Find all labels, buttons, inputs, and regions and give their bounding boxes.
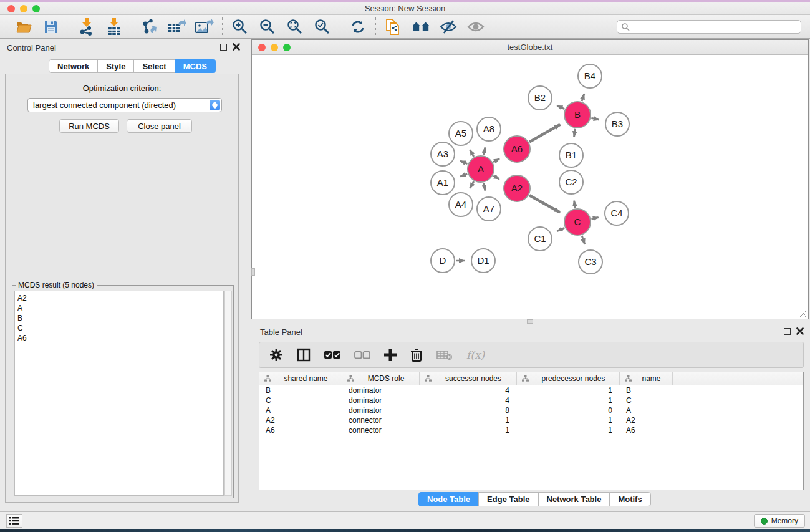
eye-icon[interactable] — [466, 17, 485, 36]
open-folder-icon[interactable] — [14, 17, 33, 36]
edge-A6-B[interactable] — [529, 125, 560, 142]
run-mcds-button[interactable]: Run MCDS — [59, 119, 119, 133]
node-B2[interactable]: B2 — [528, 86, 552, 110]
export-image-icon[interactable] — [195, 17, 214, 36]
edge-B-B1[interactable] — [574, 129, 576, 137]
edge-B-B4[interactable] — [582, 94, 584, 102]
table-row[interactable]: Cdominator41C — [259, 395, 803, 405]
column-header-successor-nodes[interactable]: successor nodes — [420, 372, 517, 385]
tab-motifs[interactable]: Motifs — [609, 492, 650, 506]
float-panel-icon[interactable] — [220, 44, 227, 51]
node-A5[interactable]: A5 — [449, 122, 473, 145]
tab-edge-table[interactable]: Edge Table — [478, 492, 538, 506]
close-table-panel-icon[interactable] — [796, 327, 804, 335]
column-header-MCDS-role[interactable]: MCDS role — [342, 372, 420, 385]
export-table-icon[interactable] — [168, 17, 186, 36]
column-header-predecessor-nodes[interactable]: predecessor nodes — [517, 372, 620, 385]
edge-A-A8[interactable] — [484, 147, 485, 155]
criterion-dropdown[interactable]: largest connected component (directed) — [27, 98, 222, 112]
result-item[interactable]: A — [17, 303, 221, 313]
trash-icon[interactable] — [410, 348, 423, 362]
node-A7[interactable]: A7 — [477, 197, 501, 221]
mcds-result-list[interactable]: A2ABCA6 — [14, 291, 224, 496]
node-A2[interactable]: A2 — [504, 175, 530, 201]
hide-eye-icon[interactable] — [439, 17, 458, 36]
node-B3[interactable]: B3 — [605, 112, 629, 136]
table-row[interactable]: A6connector11A6 — [259, 425, 803, 435]
save-icon[interactable] — [42, 17, 60, 36]
node-B[interactable]: B — [564, 102, 591, 128]
titlebar[interactable]: Session: New Session — [0, 2, 810, 15]
column-header-shared-name[interactable]: shared name — [259, 372, 342, 385]
network-graph[interactable]: AA6A2BCA1A3A4A5A7A8B1B2B3B4C1C2C3C4DD1 — [252, 55, 808, 319]
table-row[interactable]: Adominator80A — [259, 405, 803, 415]
tab-style[interactable]: Style — [97, 59, 134, 73]
node-A1[interactable]: A1 — [431, 171, 455, 195]
tab-select[interactable]: Select — [133, 59, 175, 73]
result-item[interactable]: B — [17, 313, 221, 323]
search-input[interactable] — [630, 22, 797, 31]
edge-A-A2[interactable] — [493, 176, 499, 179]
edge-C-C2[interactable] — [574, 201, 576, 208]
result-item[interactable]: A6 — [17, 333, 221, 343]
node-B4[interactable]: B4 — [578, 64, 602, 88]
add-icon[interactable] — [384, 349, 397, 361]
memory-button[interactable]: Memory — [754, 514, 805, 528]
edge-C-C4[interactable] — [591, 218, 598, 220]
panel-divider-handle[interactable] — [251, 268, 255, 276]
result-item[interactable]: A2 — [17, 293, 221, 303]
node-D[interactable]: D — [431, 249, 455, 273]
zoom-out-icon[interactable] — [258, 17, 277, 36]
node-A3[interactable]: A3 — [431, 142, 455, 166]
node-C1[interactable]: C1 — [528, 227, 552, 251]
edge-A-A5[interactable] — [470, 150, 474, 157]
node-table[interactable]: shared nameMCDS rolesuccessor nodesprede… — [259, 372, 804, 490]
node-B1[interactable]: B1 — [559, 143, 583, 167]
task-history-button[interactable] — [6, 514, 22, 528]
edge-A-A7[interactable] — [484, 183, 485, 191]
table-row[interactable]: A2connector11A2 — [259, 415, 803, 425]
zoom-fit-icon[interactable] — [286, 17, 304, 36]
import-network-icon[interactable] — [77, 17, 96, 36]
edge-A-A1[interactable] — [460, 174, 467, 177]
edge-B-B3[interactable] — [591, 118, 599, 120]
edge-A-A6[interactable] — [493, 158, 499, 162]
node-A4[interactable]: A4 — [449, 193, 473, 216]
duplicate-network-icon[interactable] — [384, 17, 403, 36]
gear-icon[interactable] — [269, 348, 283, 362]
zoom-in-icon[interactable] — [231, 17, 249, 36]
deselect-all-icon[interactable] — [354, 351, 370, 359]
refresh-icon[interactable] — [349, 17, 367, 36]
node-A8[interactable]: A8 — [477, 117, 501, 141]
result-item[interactable]: C — [17, 323, 221, 333]
import-table-icon[interactable] — [105, 17, 123, 36]
delete-table-icon[interactable] — [436, 349, 453, 360]
float-table-panel-icon[interactable] — [784, 328, 791, 335]
home-icon[interactable] — [412, 17, 430, 36]
close-panel-button[interactable]: Close panel — [127, 119, 192, 133]
node-A6[interactable]: A6 — [504, 136, 530, 162]
zoom-selected-icon[interactable] — [313, 17, 332, 36]
edge-C-C1[interactable] — [557, 228, 564, 231]
column-header-name[interactable]: name — [620, 372, 673, 385]
resize-grip-icon[interactable] — [799, 310, 807, 317]
node-D1[interactable]: D1 — [471, 249, 495, 273]
node-C3[interactable]: C3 — [579, 250, 602, 274]
tab-node-table[interactable]: Node Table — [418, 492, 479, 506]
result-scrollbar[interactable] — [224, 291, 232, 496]
table-row[interactable]: Bdominator41B — [259, 385, 803, 395]
function-icon[interactable]: f(x) — [466, 349, 485, 361]
node-C2[interactable]: C2 — [559, 170, 583, 194]
tab-network-table[interactable]: Network Table — [538, 492, 610, 506]
tab-mcds[interactable]: MCDS — [175, 59, 216, 73]
node-C4[interactable]: C4 — [605, 201, 629, 225]
close-panel-icon[interactable] — [233, 43, 240, 51]
search-field[interactable] — [617, 20, 801, 34]
edge-A-A4[interactable] — [470, 181, 474, 188]
network-window-titlebar[interactable]: testGlobe.txt — [252, 40, 808, 55]
edge-B-B2[interactable] — [557, 105, 564, 109]
columns-icon[interactable] — [297, 348, 311, 362]
select-all-icon[interactable] — [324, 351, 340, 359]
node-A[interactable]: A — [468, 156, 494, 182]
edge-A-A3[interactable] — [460, 161, 468, 164]
